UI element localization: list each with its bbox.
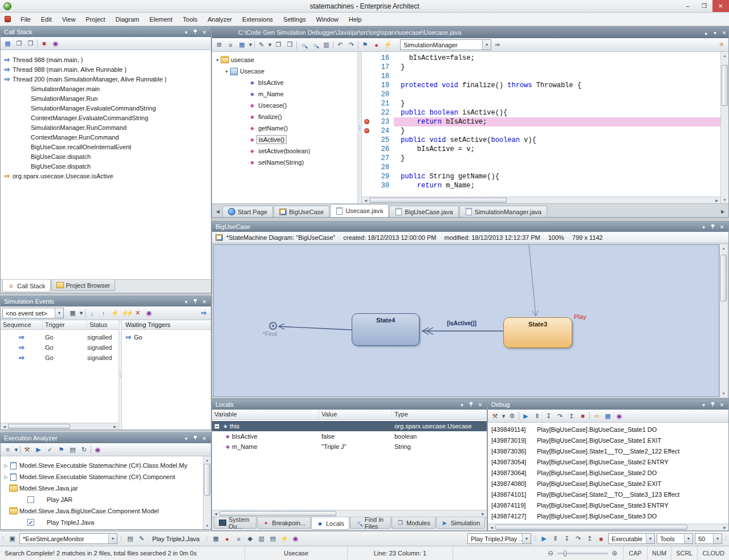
call-stack-frame[interactable]: SimulationManager.main — [1, 84, 211, 93]
step-out-icon[interactable]: ↥ — [584, 534, 595, 544]
build-menu-icon[interactable]: ▾ — [501, 411, 506, 421]
close-icon[interactable] — [200, 434, 209, 442]
clear-icon[interactable]: ■ — [39, 38, 50, 48]
profiler-window-icon[interactable]: ⚡ — [279, 534, 290, 544]
scrollbar-thumb[interactable] — [219, 511, 336, 516]
chevron-down-icon[interactable] — [522, 534, 531, 543]
save-menu-icon[interactable]: ▾ — [248, 40, 253, 50]
editor-tab[interactable]: Start Page — [222, 206, 273, 217]
breakpoint-gutter[interactable] — [362, 172, 372, 181]
scrollbar-thumb[interactable] — [8, 424, 70, 429]
separator[interactable] — [90, 445, 92, 453]
test-icon[interactable]: ✓ — [44, 444, 55, 455]
menu-item[interactable]: Extensions — [237, 13, 278, 26]
breakpoint-icon[interactable] — [362, 126, 372, 136]
show-execution-icon[interactable]: ⇨ — [591, 411, 602, 421]
scroll-down-icon[interactable] — [203, 522, 211, 529]
debug-output-row[interactable]: [439874080] Play[BigUseCase].BigUseCase_… — [488, 478, 728, 489]
monitor-window-icon[interactable]: ▣ — [7, 534, 18, 544]
menu-item[interactable]: Analyzer — [202, 13, 237, 26]
column-status[interactable]: Status — [87, 320, 119, 329]
panel-menu-icon[interactable] — [182, 297, 190, 305]
scroll-down-icon[interactable] — [721, 196, 728, 203]
dock-tab[interactable]: Call Stack — [2, 280, 51, 292]
move-down-icon[interactable]: ↓ — [87, 308, 97, 318]
breakpoint-gutter[interactable] — [362, 99, 372, 108]
close-icon[interactable] — [718, 400, 726, 408]
record-icon[interactable]: ◉ — [50, 38, 61, 48]
filter-menu-icon[interactable]: ▾ — [79, 308, 84, 318]
copy-icon[interactable]: ❐ — [273, 40, 284, 50]
transition-state4-final[interactable] — [279, 326, 352, 330]
status-indicator[interactable]: CAP — [623, 546, 647, 560]
event-row[interactable]: Go signalled — [1, 342, 119, 353]
minimize-button[interactable]: – — [679, 0, 696, 12]
structure-tree-item[interactable]: finalize() — [212, 111, 357, 122]
pin-icon[interactable] — [191, 434, 199, 442]
column-sequence[interactable]: Sequence — [1, 320, 43, 329]
move-up-icon[interactable]: ↑ — [98, 308, 109, 318]
local-variable-row[interactable]: m_Name "Triple J" String — [212, 442, 487, 452]
breakpoint-gutter[interactable] — [362, 54, 372, 63]
toolbar-grip[interactable] — [119, 532, 123, 546]
watches-window-icon[interactable]: ▥ — [256, 534, 267, 544]
analyzer-script-item[interactable]: Play TripleJ.Java — [1, 517, 203, 528]
transition-into-state3[interactable] — [529, 245, 536, 316]
menu-item[interactable]: Settings — [278, 13, 311, 26]
executable-combo[interactable]: Executable — [608, 533, 655, 544]
transition-guard-label[interactable]: [isActive()] — [430, 320, 493, 326]
toolbar-grip[interactable] — [1, 532, 5, 546]
menu-arrow-icon[interactable]: ▾ — [14, 444, 19, 455]
chevron-down-icon[interactable] — [646, 534, 654, 543]
analyzer-windows-icon[interactable]: ▦ — [210, 534, 221, 544]
copy-icon[interactable]: ❐ — [14, 38, 25, 48]
close-icon[interactable] — [200, 297, 209, 305]
separator[interactable] — [518, 412, 520, 420]
debug-output-row[interactable]: [439873054] Play[BigUseCase].BigUseCase_… — [488, 456, 728, 467]
edit-menu-icon[interactable]: ▾ — [267, 40, 272, 50]
edit-script-icon[interactable]: ✎ — [136, 534, 147, 544]
call-stack-frame[interactable]: SimulationManager.RunCommand — [1, 122, 211, 132]
code-line[interactable]: 18 — [362, 72, 720, 81]
unchecked-icon[interactable] — [27, 496, 34, 503]
expander-icon[interactable]: ▷ — [3, 463, 9, 468]
build-icon[interactable]: ⚒ — [22, 444, 32, 455]
scroll-left-icon[interactable] — [488, 524, 495, 530]
editor-tab[interactable]: BigUseCase — [274, 206, 329, 217]
scroll-up-icon[interactable] — [203, 456, 211, 464]
debug-output-row[interactable]: [439874101] Play[BigUseCase].State2__TO_… — [488, 489, 728, 500]
code-line[interactable]: 24} — [362, 126, 720, 136]
expander-icon[interactable]: ▾ — [223, 69, 230, 74]
local-variable-row[interactable]: bIsActive false boolean — [212, 431, 487, 442]
panel-menu-icon[interactable] — [458, 400, 466, 408]
debug-output-row[interactable]: [439873064] Play[BigUseCase].BigUseCase_… — [488, 467, 728, 478]
call-stack-frame[interactable]: Thread 200 (main.SimulationManager, Aliv… — [1, 74, 211, 84]
highlight-icon[interactable]: ▥ — [321, 40, 332, 50]
pin-icon[interactable] — [191, 28, 199, 36]
zoom-out-icon[interactable]: ⊖ — [548, 549, 553, 557]
analyzer-script-item[interactable]: ▷ Model.Steve.Executable Statemachine (C… — [1, 471, 203, 483]
dock-tab[interactable]: Breakpoin... — [257, 517, 311, 529]
stop-icon[interactable]: ■ — [577, 411, 588, 421]
stop-icon[interactable]: ■ — [596, 534, 606, 544]
breakpoint-gutter[interactable] — [362, 145, 372, 154]
event-row[interactable]: Go signalled — [1, 332, 119, 342]
call-stack-frame[interactable]: BigUseCase.dispatch — [1, 152, 211, 161]
close-icon[interactable] — [718, 223, 726, 231]
memory-window-icon[interactable]: ▤ — [267, 534, 278, 544]
structure-tree-item[interactable]: setActive(boolean) — [212, 145, 357, 157]
dock-tab[interactable]: Project Browser — [51, 280, 116, 291]
code-line[interactable]: 16 bIsActive=false; — [362, 54, 720, 63]
auto-fire-icon[interactable]: ⚡⚡ — [121, 308, 132, 318]
menu-item[interactable]: Tools — [178, 13, 203, 26]
tools-combo[interactable]: Tools — [657, 533, 693, 544]
locals-window-icon[interactable]: ◆ — [245, 534, 255, 544]
separator[interactable] — [589, 412, 590, 420]
run-icon[interactable]: ▶ — [33, 444, 44, 455]
call-stack-frame[interactable]: ContextManager.RunCommand — [1, 132, 211, 142]
menu-item[interactable]: Element — [144, 13, 177, 26]
diagram-canvas[interactable]: *Final State4 State3 [isActive()] Play — [213, 244, 719, 397]
save-icon[interactable]: ▦ — [2, 38, 13, 48]
call-stack-frame[interactable]: BigUseCase.recallOneInternalEvent — [1, 142, 211, 152]
zoom-in-icon[interactable]: ⊕ — [612, 549, 617, 557]
